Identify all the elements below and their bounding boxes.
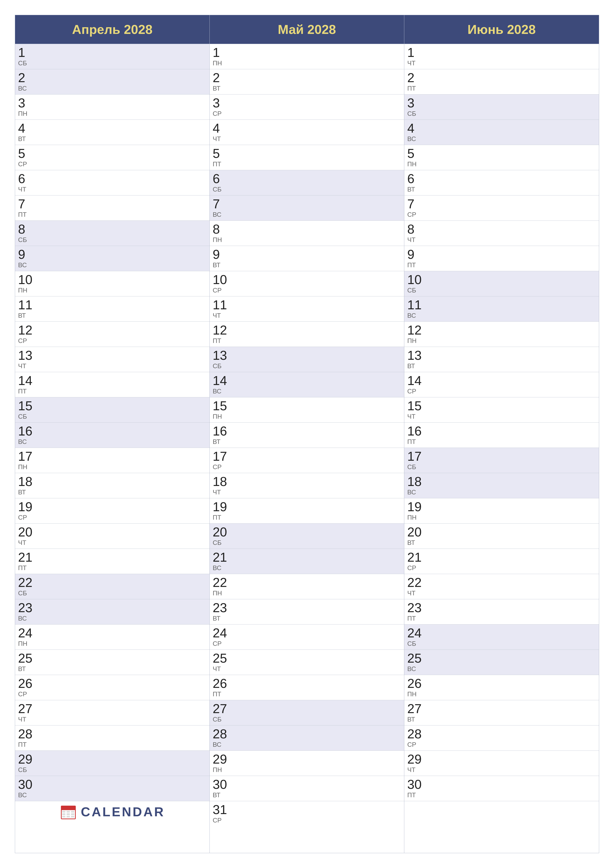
day-content bbox=[232, 574, 404, 599]
day-number-col: 9ПТ bbox=[404, 246, 427, 271]
day-row: 13СБ bbox=[210, 347, 404, 372]
day-content bbox=[427, 95, 599, 119]
day-row: 22СБ bbox=[15, 574, 210, 599]
day-number-col: 15ПН bbox=[210, 397, 232, 422]
day-content bbox=[427, 347, 599, 372]
day-row: 9ВС bbox=[15, 246, 210, 271]
day-row: 29ЧТ bbox=[404, 751, 599, 776]
day-name: ВТ bbox=[213, 791, 220, 799]
day-number: 25 bbox=[18, 652, 33, 665]
day-number-col: 20ВТ bbox=[404, 524, 427, 549]
day-name: ВС bbox=[18, 85, 27, 92]
day-name: ПТ bbox=[213, 514, 221, 521]
day-name: ПН bbox=[18, 640, 27, 648]
day-number-col: 19ПТ bbox=[210, 498, 232, 523]
day-number-col: 28СР bbox=[404, 725, 427, 750]
day-name: ПН bbox=[407, 690, 417, 698]
day-row: 24СБ bbox=[404, 625, 599, 650]
day-number-col: 10СБ bbox=[404, 271, 427, 296]
day-row: 17СБ bbox=[404, 448, 599, 473]
day-name: ВС bbox=[407, 665, 416, 673]
day-name: ЧТ bbox=[407, 59, 415, 67]
day-number-col: 2ВТ bbox=[210, 69, 232, 94]
svg-rect-7 bbox=[67, 813, 70, 815]
day-content bbox=[37, 751, 210, 776]
day-number-col: 6ЧТ bbox=[15, 170, 37, 195]
day-row: 27СБ bbox=[210, 700, 404, 725]
day-content bbox=[427, 170, 599, 195]
day-number-col: 12ПН bbox=[404, 322, 427, 347]
day-number: 23 bbox=[407, 601, 422, 614]
day-row: 20ЧТ bbox=[15, 524, 210, 549]
day-number-col: 12ПТ bbox=[210, 322, 232, 347]
day-content bbox=[427, 322, 599, 347]
day-row: 14ПТ bbox=[15, 372, 210, 397]
day-number: 25 bbox=[407, 652, 422, 665]
day-row: 23ВС bbox=[15, 599, 210, 625]
day-number: 16 bbox=[18, 425, 33, 437]
day-number: 14 bbox=[407, 374, 422, 387]
day-number: 20 bbox=[407, 525, 422, 538]
day-number-col: 20СБ bbox=[210, 524, 232, 549]
day-content bbox=[232, 271, 404, 296]
day-number-col: 22ЧТ bbox=[404, 574, 427, 599]
day-name: ВТ bbox=[18, 665, 26, 673]
day-row: 30ВС bbox=[15, 776, 210, 801]
day-content bbox=[37, 44, 210, 69]
svg-rect-3 bbox=[62, 811, 65, 812]
day-name: СР bbox=[18, 514, 27, 521]
day-row: 7СР bbox=[404, 195, 599, 221]
day-number-col: 9ВС bbox=[15, 246, 37, 271]
day-number-col: 4ВТ bbox=[15, 120, 37, 145]
day-number: 1 bbox=[407, 46, 415, 59]
day-number-col: 30ПТ bbox=[404, 776, 427, 801]
day-number: 31 bbox=[213, 803, 227, 816]
day-row: 18ВТ bbox=[15, 473, 210, 498]
day-number-col: 22ПН bbox=[210, 574, 232, 599]
day-number-col: 21ВС bbox=[210, 549, 232, 574]
day-number: 13 bbox=[213, 349, 227, 362]
day-number: 19 bbox=[18, 500, 33, 513]
day-number: 12 bbox=[18, 324, 33, 336]
day-number: 6 bbox=[18, 172, 25, 185]
day-content bbox=[232, 145, 404, 170]
day-row: 1ПН bbox=[210, 44, 404, 69]
day-row: 1ЧТ bbox=[404, 44, 599, 69]
day-number-col: 25ЧТ bbox=[210, 650, 232, 675]
day-row: 17СР bbox=[210, 448, 404, 473]
day-number: 12 bbox=[213, 324, 227, 336]
day-name: СБ bbox=[18, 413, 27, 420]
day-number: 15 bbox=[407, 399, 422, 412]
day-number: 17 bbox=[407, 450, 422, 463]
day-row: 6СБ bbox=[210, 170, 404, 195]
day-content bbox=[427, 473, 599, 498]
day-number-col: 13ЧТ bbox=[15, 347, 37, 372]
day-name: ВТ bbox=[407, 539, 415, 547]
day-content bbox=[232, 599, 404, 624]
svg-rect-4 bbox=[67, 811, 70, 812]
day-row: 26ПН bbox=[404, 675, 599, 700]
day-number: 2 bbox=[213, 71, 220, 84]
month-header-1: Май 2028 bbox=[210, 15, 404, 44]
day-number-col: 17СБ bbox=[404, 448, 427, 473]
day-row: 24СР bbox=[210, 625, 404, 650]
day-content bbox=[427, 498, 599, 523]
day-row: 1СБ bbox=[15, 44, 210, 69]
day-number: 11 bbox=[213, 298, 227, 311]
day-number-col: 2ПТ bbox=[404, 69, 427, 94]
day-number: 26 bbox=[407, 677, 422, 690]
day-number-col: 14ПТ bbox=[15, 372, 37, 397]
day-row: 17ПН bbox=[15, 448, 210, 473]
day-content bbox=[37, 120, 210, 145]
day-row: 4ВС bbox=[404, 120, 599, 145]
day-number: 23 bbox=[213, 601, 227, 614]
day-number: 27 bbox=[18, 702, 33, 715]
day-content bbox=[37, 473, 210, 498]
day-row: 28СР bbox=[404, 725, 599, 751]
day-name: СБ bbox=[407, 463, 416, 471]
month-column-1: Май 20281ПН2ВТ3СР4ЧТ5ПТ6СБ7ВС8ПН9ВТ10СР1… bbox=[210, 15, 404, 853]
day-row: 14ВС bbox=[210, 372, 404, 397]
day-row: 11ВС bbox=[404, 296, 599, 322]
day-number-col: 8ПН bbox=[210, 221, 232, 246]
day-content bbox=[37, 625, 210, 649]
